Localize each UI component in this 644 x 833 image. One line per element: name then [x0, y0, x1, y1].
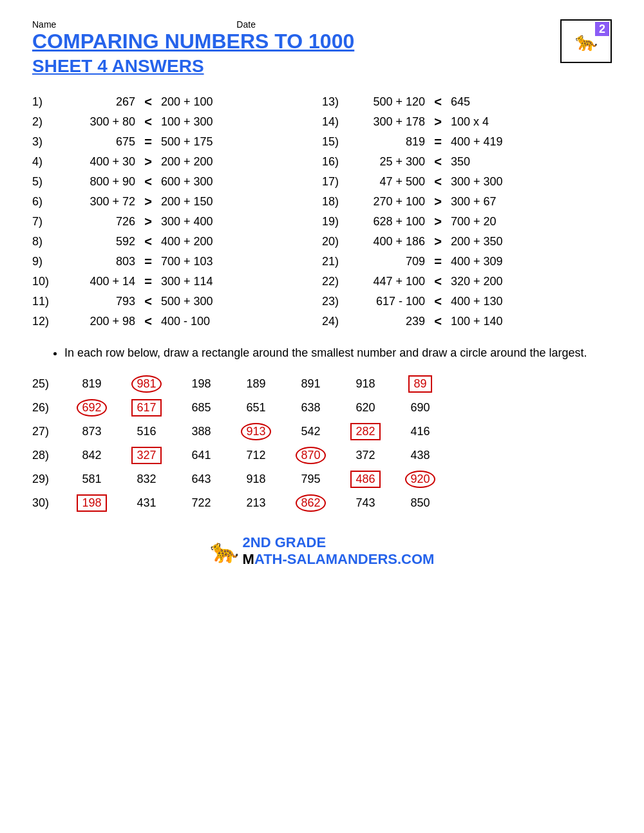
footer-grade-text: 2ND GRADE	[243, 534, 435, 551]
num-cell-normal: 873	[64, 425, 119, 438]
num-cell-normal: 690	[393, 401, 448, 415]
prob-right: 200 + 200	[161, 155, 238, 169]
problem-row: 15) 819 = 400 + 419	[322, 132, 612, 152]
num-cell-normal: 581	[64, 473, 119, 486]
problem-row: 3) 675 = 500 + 175	[32, 132, 322, 152]
problem-row: 13) 500 + 120 < 645	[322, 92, 612, 112]
prob-op: >	[425, 214, 451, 229]
prob-left: 803	[58, 255, 135, 268]
num-cell-normal: 641	[174, 449, 229, 462]
prob-num: 15)	[322, 135, 348, 149]
problem-row: 24) 239 < 100 + 140	[322, 312, 612, 332]
problem-row: 2) 300 + 80 < 100 + 300	[32, 112, 322, 132]
prob-right: 700 + 103	[161, 255, 238, 268]
problem-row: 7) 726 > 300 + 400	[32, 212, 322, 232]
prob-num: 21)	[322, 255, 348, 268]
prob-left: 25 + 300	[348, 155, 425, 169]
number-row: 25)81998119818989191889	[32, 372, 612, 396]
prob-left: 793	[58, 295, 135, 308]
num-cell-normal: 918	[338, 377, 393, 391]
prob-right: 200 + 150	[161, 195, 238, 209]
prob-op: <	[425, 294, 451, 309]
num-cell-circle: 981	[119, 375, 174, 393]
num-cell-normal: 189	[229, 377, 283, 391]
problem-row: 10) 400 + 14 = 300 + 114	[32, 272, 322, 292]
prob-right: 400 + 419	[451, 135, 528, 149]
prob-op: <	[425, 174, 451, 189]
prob-left: 300 + 72	[58, 195, 135, 209]
problem-row: 9) 803 = 700 + 103	[32, 252, 322, 272]
prob-left: 447 + 100	[348, 275, 425, 288]
num-cell-normal: 842	[64, 449, 119, 462]
prob-num: 17)	[322, 175, 348, 189]
problem-row: 20) 400 + 186 > 200 + 350	[322, 232, 612, 252]
prob-right: 300 + 114	[161, 275, 238, 288]
prob-op: <	[425, 274, 451, 289]
problem-row: 4) 400 + 30 > 200 + 200	[32, 152, 322, 172]
number-rows: 25)8199811981898919188926)69261768565163…	[32, 372, 612, 515]
prob-left: 628 + 100	[348, 215, 425, 229]
prob-left: 617 - 100	[348, 295, 425, 308]
num-cell-normal: 620	[338, 401, 393, 415]
prob-num: 7)	[32, 215, 58, 229]
prob-right: 320 + 200	[451, 275, 528, 288]
num-cell-normal: 712	[229, 449, 283, 462]
prob-op: =	[135, 254, 161, 269]
prob-num: 10)	[32, 275, 58, 288]
problem-row: 12) 200 + 98 < 400 - 100	[32, 312, 322, 332]
prob-num: 13)	[322, 95, 348, 109]
name-label: Name	[32, 19, 56, 30]
prob-left: 500 + 120	[348, 95, 425, 109]
num-cell-normal: 542	[283, 425, 338, 438]
prob-right: 300 + 400	[161, 215, 238, 229]
prob-left: 800 + 90	[58, 175, 135, 189]
num-cell-circle: 870	[283, 447, 338, 464]
prob-op: <	[425, 154, 451, 169]
prob-right: 100 x 4	[451, 115, 528, 129]
prob-op: =	[135, 135, 161, 149]
problem-row: 11) 793 < 500 + 300	[32, 292, 322, 312]
prob-right: 600 + 300	[161, 175, 238, 189]
num-cell-normal: 372	[338, 449, 393, 462]
prob-left: 239	[348, 315, 425, 328]
prob-num: 20)	[322, 235, 348, 248]
problem-row: 16) 25 + 300 < 350	[322, 152, 612, 172]
prob-num: 19)	[322, 215, 348, 229]
prob-op: <	[135, 294, 161, 309]
num-cell-normal: 832	[119, 473, 174, 486]
prob-right: 350	[451, 155, 528, 169]
prob-left: 709	[348, 255, 425, 268]
prob-left: 267	[58, 95, 135, 109]
row-num: 25)	[32, 377, 64, 391]
prob-right: 500 + 175	[161, 135, 238, 149]
prob-right: 500 + 300	[161, 295, 238, 308]
logo-box: 2 🐆	[560, 19, 612, 63]
problem-row: 18) 270 + 100 > 300 + 67	[322, 192, 612, 212]
footer: 🐆 2ND GRADE MATH-SALAMANDERS.COM	[32, 534, 612, 568]
prob-num: 18)	[322, 195, 348, 209]
prob-right: 400 + 309	[451, 255, 528, 268]
prob-left: 675	[58, 135, 135, 149]
num-cell-normal: 388	[174, 425, 229, 438]
num-cell-normal: 685	[174, 401, 229, 415]
footer-animal-icon: 🐆	[210, 538, 239, 565]
num-cell-normal: 891	[283, 377, 338, 391]
prob-op: <	[135, 95, 161, 109]
prob-num: 5)	[32, 175, 58, 189]
logo-animal: 🐆	[575, 31, 598, 52]
problem-row: 21) 709 = 400 + 309	[322, 252, 612, 272]
prob-num: 12)	[32, 315, 58, 328]
prob-op: <	[135, 234, 161, 249]
prob-right: 700 + 20	[451, 215, 528, 229]
row-num: 26)	[32, 401, 64, 415]
prob-op: <	[425, 95, 451, 109]
prob-right: 100 + 300	[161, 115, 238, 129]
prob-left: 270 + 100	[348, 195, 425, 209]
prob-right: 200 + 100	[161, 95, 238, 109]
problem-row: 1) 267 < 200 + 100	[32, 92, 322, 112]
num-cell-circle: 692	[64, 399, 119, 416]
main-title: COMPARING NUMBERS TO 1000	[32, 30, 560, 53]
num-cell-normal: 431	[119, 496, 174, 510]
bullet-text: In each row below, draw a rectangle arou…	[64, 344, 612, 362]
problem-row: 17) 47 + 500 < 300 + 300	[322, 172, 612, 192]
